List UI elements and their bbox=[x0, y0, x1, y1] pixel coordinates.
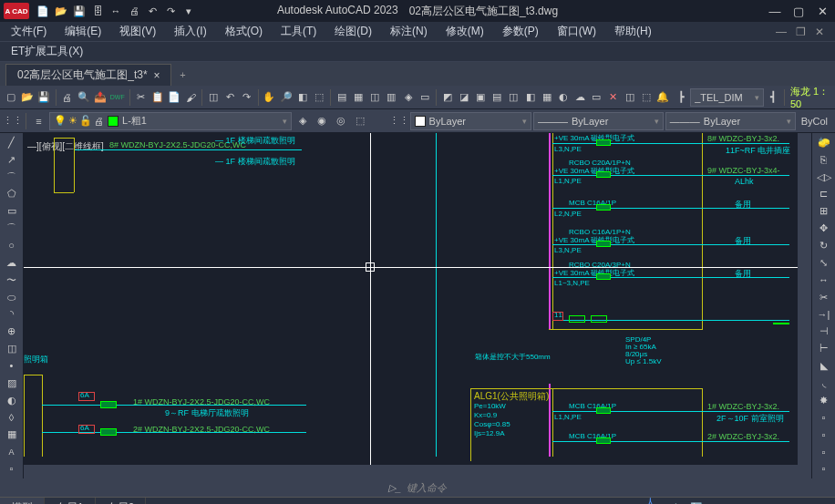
extend-icon[interactable]: →| bbox=[815, 306, 833, 322]
file-tab-active[interactable]: 02高层公区电气施工图_t3* × bbox=[5, 64, 171, 86]
web-icon[interactable]: ↔ bbox=[108, 3, 124, 19]
plot2-icon[interactable]: 🖨 bbox=[59, 88, 74, 107]
hl4-icon[interactable]: ▤ bbox=[490, 88, 504, 107]
menu-format[interactable]: 格式(O) bbox=[225, 24, 263, 39]
menu-tools[interactable]: 工具(T) bbox=[281, 24, 316, 39]
status-hw-icon[interactable]: ⊡ bbox=[771, 500, 789, 505]
hl-r2-icon[interactable]: ▫ bbox=[815, 427, 833, 442]
hl9-icon[interactable]: ☁ bbox=[572, 88, 587, 107]
gradient-icon[interactable]: ◐ bbox=[3, 393, 21, 408]
zoom-icon[interactable]: 🔎 bbox=[278, 88, 293, 107]
menu-parametric[interactable]: 参数(P) bbox=[502, 24, 539, 39]
rotate-icon[interactable]: ↻ bbox=[815, 238, 833, 253]
layout-tab-1[interactable]: 布局1 bbox=[45, 498, 96, 505]
app-logo[interactable]: A CAD bbox=[4, 3, 29, 19]
save-icon[interactable]: 💾 bbox=[71, 3, 88, 19]
hl-r1-icon[interactable]: ▫ bbox=[815, 410, 833, 426]
vscrollbar[interactable] bbox=[798, 133, 811, 478]
hl12-icon[interactable]: ◫ bbox=[622, 88, 636, 107]
hatch-icon[interactable]: ▨ bbox=[3, 375, 21, 391]
cut-icon[interactable]: ✂ bbox=[134, 88, 149, 107]
lay3-icon[interactable]: ◎ bbox=[332, 112, 349, 130]
save-file-icon[interactable]: 💾 bbox=[36, 88, 51, 107]
copy-icon[interactable]: 📋 bbox=[150, 88, 165, 107]
status-scale-icon[interactable]: 人 bbox=[666, 500, 685, 505]
hl5-icon[interactable]: ◫ bbox=[506, 88, 521, 107]
hl8-icon[interactable]: ◐ bbox=[556, 88, 571, 107]
redo2-icon[interactable]: ↷ bbox=[239, 88, 253, 107]
status-clean-icon[interactable]: ▭ bbox=[792, 500, 810, 505]
menu-help[interactable]: 帮助(H) bbox=[614, 24, 652, 39]
zoome-icon[interactable]: ⬚ bbox=[312, 88, 326, 107]
hl3-icon[interactable]: ▣ bbox=[473, 88, 488, 107]
zoomw-icon[interactable]: ◧ bbox=[295, 88, 310, 107]
trim-icon[interactable]: ✂ bbox=[815, 290, 833, 305]
hl14-icon[interactable]: 🔔 bbox=[655, 88, 670, 107]
fillet-icon[interactable]: ◟ bbox=[815, 375, 833, 391]
arc-icon[interactable]: ⌒ bbox=[3, 221, 21, 236]
stretch-icon[interactable]: ↔ bbox=[815, 273, 833, 288]
status-dyn-icon[interactable]: ▭ bbox=[562, 500, 580, 505]
status-cust-icon[interactable]: ☰ bbox=[813, 500, 831, 505]
status-3d-icon[interactable]: ✕ bbox=[520, 500, 538, 505]
mirror-icon[interactable]: ◁▷ bbox=[815, 170, 833, 185]
hl7-icon[interactable]: ▦ bbox=[540, 88, 554, 107]
dim2-icon[interactable]: ┫ bbox=[766, 88, 780, 107]
circle-icon[interactable]: ○ bbox=[3, 238, 21, 253]
hl1-icon[interactable]: ◩ bbox=[440, 88, 455, 107]
copy2-icon[interactable]: ⎘ bbox=[815, 152, 833, 168]
status-ortho-icon[interactable]: ⊾ bbox=[457, 500, 475, 505]
move-icon[interactable]: ✥ bbox=[815, 221, 833, 236]
menu-draw[interactable]: 绘图(D) bbox=[335, 24, 372, 39]
region-icon[interactable]: ◊ bbox=[3, 410, 21, 426]
doc-restore-icon[interactable]: ❐ bbox=[796, 26, 806, 38]
hl-r3-icon[interactable]: ▫ bbox=[815, 444, 833, 459]
status-mon-icon[interactable]: ◉ bbox=[729, 500, 747, 505]
status-auto-icon[interactable]: 🔄 bbox=[687, 500, 706, 505]
dc-icon[interactable]: ▦ bbox=[351, 88, 366, 107]
layout-tab-model[interactable]: 模型 bbox=[0, 498, 45, 505]
mtext-icon[interactable]: A bbox=[3, 444, 21, 459]
status-ws-icon[interactable]: ⚙ ▾ bbox=[708, 500, 727, 505]
dwf-icon[interactable]: DWF bbox=[109, 88, 126, 107]
block-icon[interactable]: ◫ bbox=[206, 88, 221, 107]
layout-add[interactable]: + bbox=[146, 498, 174, 505]
lineweight-combo[interactable]: ———ByLayer▾ bbox=[665, 112, 796, 130]
ray-icon[interactable]: ↗ bbox=[3, 152, 21, 168]
match-icon[interactable]: 🖌 bbox=[183, 88, 198, 107]
minimize-icon[interactable]: — bbox=[766, 3, 784, 19]
hl11-icon[interactable]: ✕ bbox=[605, 88, 620, 107]
calc-icon[interactable]: ▭ bbox=[418, 88, 432, 107]
erase-icon[interactable]: 🧽 bbox=[815, 135, 833, 150]
doc-close-icon[interactable]: ✕ bbox=[815, 26, 824, 38]
ssm-icon[interactable]: ▥ bbox=[384, 88, 398, 107]
join-icon[interactable]: ⊢ bbox=[815, 341, 833, 356]
table-icon[interactable]: ▦ bbox=[3, 427, 21, 442]
handle-icon[interactable]: ⋮⋮ bbox=[4, 112, 22, 130]
menu-ettools[interactable]: ET扩展工具(X) bbox=[11, 44, 83, 59]
status-polar-icon[interactable]: ✦ bbox=[478, 500, 496, 505]
tab-close-icon[interactable]: × bbox=[153, 69, 160, 82]
hl-a-icon[interactable]: ▫ bbox=[3, 461, 21, 477]
pan-icon[interactable]: ✋ bbox=[262, 88, 276, 107]
layermgr-icon[interactable]: ≡ bbox=[30, 112, 47, 130]
layout-tab-2[interactable]: 布局2 bbox=[96, 498, 147, 505]
hl13-icon[interactable]: ⬚ bbox=[639, 88, 654, 107]
prop-icon[interactable]: ▤ bbox=[335, 88, 349, 107]
dim1-icon[interactable]: ┣ bbox=[674, 88, 688, 107]
array-icon[interactable]: ⊞ bbox=[815, 203, 833, 219]
close-icon[interactable]: ✕ bbox=[813, 3, 831, 19]
view-label[interactable]: —][俯视][二维线框] bbox=[27, 140, 104, 153]
handle2-icon[interactable]: ⋮⋮ bbox=[390, 112, 408, 130]
status-iso-icon[interactable]: ▢ bbox=[750, 500, 768, 505]
hl-r4-icon[interactable]: ▫ bbox=[815, 461, 833, 477]
undo-icon[interactable]: ↶ bbox=[144, 3, 160, 19]
lay2-icon[interactable]: ◉ bbox=[313, 112, 330, 130]
redo-icon[interactable]: ↷ bbox=[162, 3, 179, 19]
rect-icon[interactable]: ▭ bbox=[3, 203, 21, 219]
open-icon[interactable]: 📂 bbox=[53, 3, 69, 19]
qat-more-icon[interactable]: ▾ bbox=[180, 3, 197, 19]
menu-modify[interactable]: 修改(M) bbox=[446, 24, 484, 39]
markup-icon[interactable]: ◈ bbox=[400, 88, 415, 107]
hl2-icon[interactable]: ◪ bbox=[457, 88, 471, 107]
